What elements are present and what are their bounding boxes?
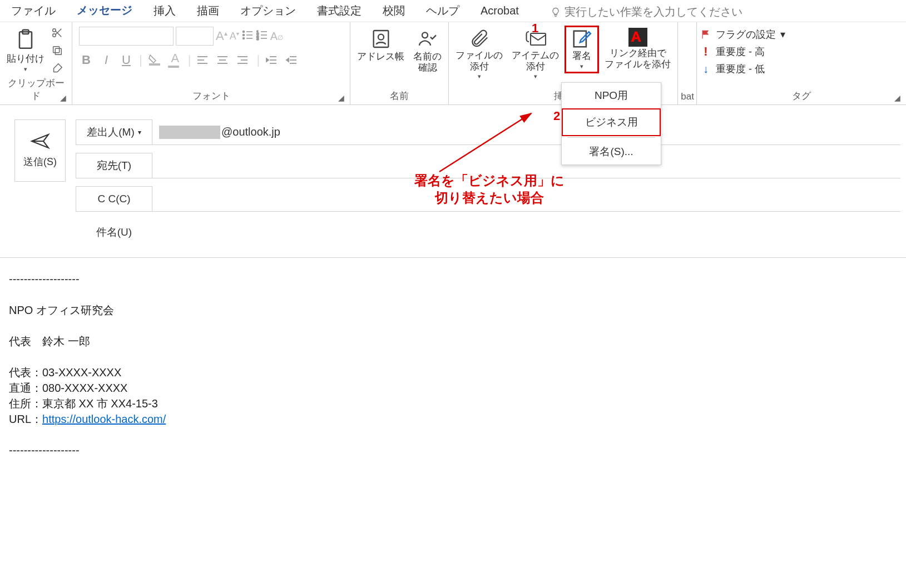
chevron-down-icon: ▾ (478, 73, 481, 80)
address-book-label: アドレス帳 (357, 51, 404, 62)
body-tel1: 代表：03-XXXX-XXXX (9, 366, 121, 378)
tab-options[interactable]: オプション (239, 0, 297, 24)
signature-settings[interactable]: 署名(S)... (562, 139, 661, 165)
signature-dropdown: NPO用 ビジネス用 署名(S)... (561, 82, 661, 165)
subject-field[interactable] (152, 220, 900, 245)
address-book-button[interactable]: アドレス帳 (354, 26, 408, 64)
outdent-icon (265, 54, 278, 66)
bold-button[interactable]: B (79, 53, 93, 67)
importance-high-button[interactable]: ! 重要度 - 高 (700, 44, 785, 59)
indent-button[interactable] (285, 54, 300, 66)
bullets-button[interactable] (241, 29, 254, 44)
clipboard-icon (13, 28, 38, 52)
cut-button[interactable] (50, 26, 65, 40)
numbering-button[interactable]: 123 (256, 29, 268, 44)
svg-marker-36 (286, 58, 289, 62)
lightbulb-icon (550, 7, 561, 18)
group-clipboard: 貼り付け ▾ クリップボード ◢ (0, 22, 72, 104)
signature-option-business[interactable]: ビジネス用 (562, 108, 661, 136)
to-button[interactable]: 宛先(T) (76, 153, 152, 178)
svg-rect-19 (168, 66, 179, 68)
align-center-button[interactable] (216, 54, 231, 66)
signature-option-npo[interactable]: NPO用 (562, 83, 661, 108)
subject-label: 件名(U) (76, 225, 152, 240)
clear-formatting-button[interactable]: A∅ (270, 30, 283, 43)
grow-font-button[interactable]: A▴ (216, 29, 227, 43)
body-url-label: URL： (9, 413, 42, 425)
from-label: 差出人(M) (87, 125, 134, 139)
font-name-dropdown[interactable] (79, 27, 174, 46)
signature-button[interactable]: 署名 ▾ (565, 26, 599, 73)
tab-file[interactable]: ファイル (10, 0, 57, 24)
svg-point-6 (242, 31, 244, 32)
body-addr: 住所：東京都 XX 市 XX4-15-3 (9, 397, 158, 410)
paste-button[interactable]: 貼り付け ▾ (3, 26, 48, 74)
address-book-icon (370, 28, 392, 50)
tab-message[interactable]: メッセージ (76, 0, 133, 25)
tab-review[interactable]: 校閲 (382, 0, 406, 24)
group-tags: フラグの設定 ▾ ! 重要度 - 高 ↓ 重要度 - 低 タグ ◢ (697, 22, 906, 104)
menu-tabs: ファイル メッセージ 挿入 描画 オプション 書式設定 校閲 ヘルプ Acrob… (0, 0, 906, 22)
annotation-number-2: 2 (553, 109, 560, 123)
align-left-icon (196, 54, 209, 66)
highlight-button[interactable] (148, 54, 162, 66)
link-attach-label: リンク経由で ファイルを添付 (605, 48, 671, 69)
group-tags-label: タグ (792, 91, 811, 101)
format-painter-button[interactable] (50, 61, 65, 76)
link-attach-button[interactable]: リンク経由で ファイルを添付 (601, 26, 674, 72)
tell-me-search[interactable]: 実行したい作業を入力してください (550, 4, 742, 19)
group-names-label: 名前 (354, 88, 445, 104)
tab-help[interactable]: ヘルプ (425, 0, 461, 24)
importance-low-label: 重要度 - 低 (716, 62, 765, 76)
dialog-launcher-icon[interactable]: ◢ (894, 93, 900, 102)
send-icon (30, 133, 50, 150)
dialog-launcher-icon[interactable]: ◢ (338, 93, 344, 102)
chevron-down-icon: ▾ (534, 73, 537, 80)
ribbon: 1 貼り付け ▾ クリップボード ◢ (0, 22, 906, 105)
cc-button[interactable]: C C(C) (76, 186, 152, 212)
align-center-icon (216, 54, 229, 66)
font-color-button[interactable]: A (168, 51, 182, 69)
send-button[interactable]: 送信(S) (14, 119, 66, 182)
importance-high-label: 重要度 - 高 (716, 45, 765, 58)
font-size-dropdown[interactable] (176, 27, 214, 46)
check-names-button[interactable]: 名前の 確認 (410, 26, 445, 75)
body-sep2: ------------------- (9, 444, 80, 456)
arrow-down-icon: ↓ (700, 63, 711, 76)
outdent-button[interactable] (265, 54, 280, 66)
align-left-button[interactable] (196, 54, 211, 66)
body-url-link[interactable]: https://outlook-hack.com/ (42, 413, 166, 425)
shrink-font-button[interactable]: A▾ (230, 31, 239, 42)
dialog-launcher-icon[interactable]: ◢ (60, 93, 66, 102)
check-names-label: 名前の 確認 (413, 51, 442, 73)
align-right-icon (236, 54, 249, 66)
follow-up-button[interactable]: フラグの設定 ▾ (700, 28, 785, 41)
tab-draw[interactable]: 描画 (196, 0, 220, 24)
tell-me-placeholder: 実行したい作業を入力してください (565, 4, 742, 19)
attach-file-button[interactable]: ファイルの 添付 ▾ (452, 26, 506, 82)
brush-icon (51, 62, 63, 74)
body-tel2: 直通：080-XXXX-XXXX (9, 382, 127, 394)
italic-button[interactable]: I (99, 53, 113, 67)
numbering-icon: 123 (256, 29, 268, 41)
group-insert: ファイルの 添付 ▾ アイテムの 添付 ▾ 署名 ▾ NPO用 ビジネス用 (449, 22, 678, 104)
chevron-down-icon: ▾ (24, 66, 27, 73)
annotation-text: 署名を「ビジネス用」に切り替えたい場合 (414, 172, 565, 206)
tab-format[interactable]: 書式設定 (316, 0, 363, 24)
from-value: @outlook.jp (152, 119, 900, 145)
signature-label: 署名 (572, 51, 591, 62)
from-button[interactable]: 差出人(M) ▾ (76, 119, 152, 145)
align-right-button[interactable] (236, 54, 251, 66)
group-font: A▴ A▾ 123 A∅ B I U | A | | (72, 22, 350, 104)
svg-rect-5 (53, 47, 60, 53)
annotation-number-1: 1 (532, 21, 538, 36)
svg-point-39 (422, 32, 428, 38)
tab-insert[interactable]: 挿入 (152, 0, 177, 24)
mail-body[interactable]: ------------------- NPO オフィス研究会 代表 鈴木 一郎… (0, 258, 906, 471)
importance-low-button[interactable]: ↓ 重要度 - 低 (700, 62, 785, 76)
tab-acrobat[interactable]: Acrobat (479, 1, 520, 23)
copy-button[interactable] (50, 43, 65, 58)
group-clipboard-label: クリップボード (8, 78, 65, 101)
underline-button[interactable]: U (119, 53, 133, 67)
scissors-icon (51, 27, 63, 39)
